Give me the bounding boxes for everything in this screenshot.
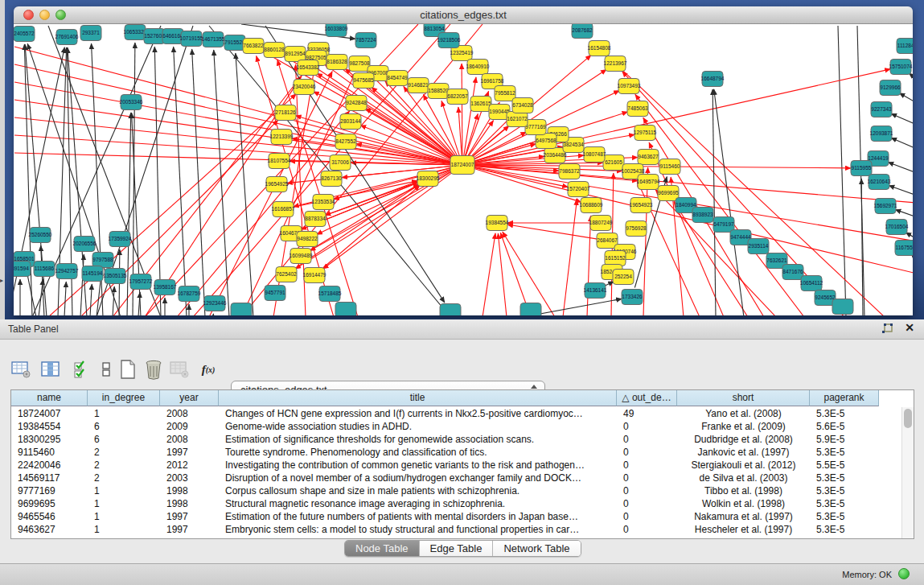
graph-node[interactable]: 8454749 [387,71,408,86]
graph-node[interactable]: 10807487 [583,147,606,163]
graph-node[interactable]: 18640910 [466,60,490,75]
graph-node[interactable] [231,303,252,316]
graph-node[interactable] [335,303,356,316]
panel-collapse-arrow[interactable]: ▸ [0,277,3,284]
graph-node[interactable]: 2087682 [572,24,593,39]
graph-node[interactable]: 8267130 [321,171,342,187]
row-options-button[interactable] [96,359,117,380]
graph-node[interactable]: 8471676 [782,265,803,280]
graph-node[interactable]: 9463627 [638,150,659,165]
function-builder-button[interactable]: f(x) [198,359,219,380]
citation-graph[interactable]: 2405572276914062933711065332715276026466… [14,24,913,315]
graph-node[interactable]: 9827508 [349,56,370,72]
graph-node[interactable]: 1615152 [605,251,626,266]
graph-node[interactable]: 15718485 [318,286,342,302]
graph-node[interactable]: 391594 [14,262,31,277]
tab-network-table[interactable]: Network Table [493,541,580,556]
graph-node[interactable]: 16495794 [637,175,660,190]
graph-node[interactable]: 1733426 [622,290,643,305]
column-header-in_degree[interactable]: in_degree [88,390,160,406]
graph-node[interactable]: 1362615 [470,97,491,112]
graph-node[interactable]: 12093871 [870,126,893,142]
graph-node[interactable]: 10654112 [800,276,823,291]
graph-node[interactable]: 9699695 [658,186,679,201]
graph-node[interactable]: 17359924 [109,232,132,247]
new-column-button[interactable] [117,359,138,380]
table-scrollbar[interactable] [901,407,914,538]
delete-column-button[interactable] [143,359,164,380]
graph-node[interactable]: 6497568 [536,134,556,149]
table-row[interactable]: 946554611997Estimation of the future num… [11,510,901,523]
graph-node[interactable]: 1527602 [144,29,165,44]
graph-node[interactable]: 9227343 [871,102,892,117]
graph-node[interactable]: 9475685 [353,73,374,89]
column-header-short[interactable]: short [677,390,810,406]
tab-node-table[interactable]: Node Table [345,541,420,556]
graph-node[interactable]: 10688609 [580,198,603,213]
tab-edge-table[interactable]: Edge Table [420,541,494,556]
delete-table-button[interactable] [169,359,190,380]
graph-node[interactable]: 17016504 [885,220,909,235]
graph-node[interactable]: 16914479 [303,268,326,283]
table-row[interactable]: 977716911998Corpus callosum shape and si… [11,484,901,497]
graph-node[interactable]: 8427552 [335,134,356,150]
graph-node[interactable]: 1621072 [507,112,528,127]
graph-node[interactable]: 9756928 [626,221,647,237]
graph-node[interactable]: 317006 [330,155,351,171]
table-row[interactable]: 969969511998Structural magnetic resonanc… [11,497,901,510]
graph-node[interactable]: 16099489 [290,249,313,264]
graph-node[interactable]: 9797588 [92,253,113,268]
graph-node[interactable] [440,304,461,316]
graph-node[interactable]: 1588520 [428,84,449,99]
graph-node[interactable]: 2405572 [14,27,35,42]
graph-node[interactable]: 10973493 [618,79,641,94]
table-row[interactable]: 1872400712008Changes of HCN gene express… [11,407,901,420]
graph-node[interactable]: 18300295 [417,171,440,187]
graph-node[interactable]: 16543382 [297,60,320,76]
graph-node[interactable]: 12975115 [634,126,657,141]
graph-node[interactable]: 1115686 [34,262,55,277]
graph-node[interactable]: 9146821 [408,78,429,93]
graph-node[interactable]: 9115955 [851,161,872,176]
graph-node[interactable]: 1167553 [895,241,913,256]
graph-node[interactable]: 19384554 [486,216,509,231]
graph-node[interactable]: 23420046 [293,80,316,95]
network-canvas[interactable]: 2405572276914062933711065332715276026466… [14,24,913,315]
graph-node[interactable]: 18807249 [589,216,613,231]
graph-node[interactable]: 8186328 [326,55,347,70]
column-header-year[interactable]: year [160,390,219,406]
graph-node[interactable]: 1112842 [897,39,913,54]
graph-node[interactable]: 12213399 [270,130,294,145]
graph-node[interactable]: 2803144 [340,114,361,130]
graph-node[interactable]: 15720407 [567,182,590,197]
graph-node[interactable]: 13505135 [104,269,127,284]
graph-node[interactable]: 6734028 [512,98,533,113]
graph-node[interactable] [520,303,541,316]
column-header-pagerank[interactable]: pagerank [810,390,879,406]
graph-node[interactable]: 7915526 [224,35,245,51]
graph-node[interactable]: 14136141 [584,283,607,299]
graph-node[interactable]: 1145194 [82,266,103,282]
graph-node[interactable]: 12942757 [55,264,79,279]
graph-node[interactable]: 8878334 [305,212,326,227]
graph-node[interactable]: 15751074 [889,60,913,75]
graph-node[interactable]: 18724007 [450,156,474,175]
graph-node[interactable]: 17957272 [129,274,153,290]
graph-node[interactable]: 2718126 [275,105,296,121]
close-panel-icon[interactable]: ✕ [905,321,914,334]
select-columns-button[interactable] [71,359,92,380]
graph-node[interactable]: 19654923 [630,198,653,213]
graph-node[interactable]: 7955812 [495,86,515,101]
table-row[interactable]: 2242004622012Investigating the contribut… [11,459,901,472]
graph-node[interactable]: 8938923 [692,208,713,223]
graph-node[interactable]: 9115460 [659,159,680,175]
graph-node[interactable]: 16648794 [701,72,725,87]
graph-node[interactable]: 12923446 [203,296,227,311]
scrollbar-thumb[interactable] [904,409,912,428]
graph-node[interactable]: 9129966 [880,80,901,96]
graph-node[interactable]: 16210643 [868,175,891,190]
graph-node[interactable]: 16154808 [588,41,611,56]
graph-node[interactable]: 20053346 [120,95,143,110]
graph-node[interactable]: 7857224 [355,33,376,48]
graph-node[interactable]: 18107554 [268,154,291,169]
